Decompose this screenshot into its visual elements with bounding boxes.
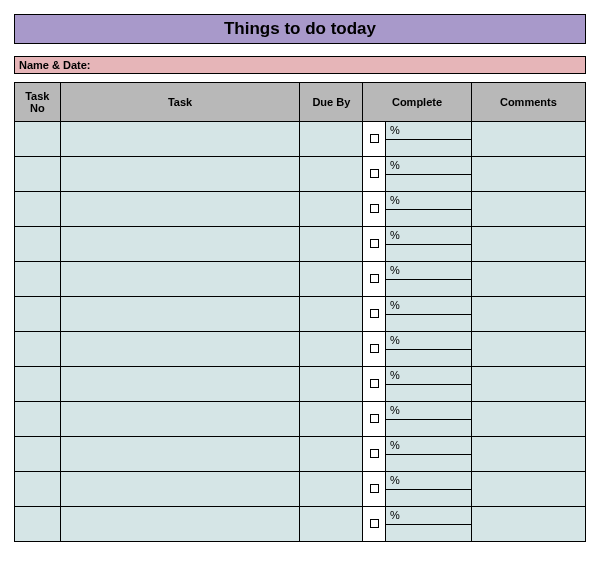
percent-value[interactable]: % [386,192,471,210]
cell-due-by[interactable] [300,332,363,367]
checkbox-icon[interactable] [370,169,379,178]
cell-complete-checkbox[interactable] [363,227,386,262]
checkbox-icon[interactable] [370,519,379,528]
cell-due-by[interactable] [300,367,363,402]
percent-value[interactable]: % [386,262,471,280]
cell-task-no[interactable] [15,472,61,507]
page-title: Things to do today [14,14,586,44]
percent-bar [386,245,471,262]
checkbox-icon[interactable] [370,274,379,283]
cell-due-by[interactable] [300,262,363,297]
percent-value[interactable]: % [386,227,471,245]
cell-comments[interactable] [471,192,585,227]
cell-comments[interactable] [471,367,585,402]
cell-task[interactable] [60,472,300,507]
name-date-bar[interactable]: Name & Date: [14,56,586,74]
cell-complete-checkbox[interactable] [363,262,386,297]
checkbox-icon[interactable] [370,134,379,143]
cell-comments[interactable] [471,122,585,157]
percent-value[interactable]: % [386,402,471,420]
cell-comments[interactable] [471,297,585,332]
cell-due-by[interactable] [300,507,363,542]
cell-complete-checkbox[interactable] [363,122,386,157]
cell-task-no[interactable] [15,297,61,332]
cell-task-no[interactable] [15,367,61,402]
checkbox-icon[interactable] [370,414,379,423]
cell-complete-checkbox[interactable] [363,437,386,472]
checkbox-icon[interactable] [370,309,379,318]
header-comments: Comments [471,83,585,122]
checkbox-icon[interactable] [370,484,379,493]
percent-value[interactable]: % [386,297,471,315]
percent-bar [386,140,471,157]
table-header-row: Task No Task Due By Complete Comments [15,83,586,122]
cell-task[interactable] [60,122,300,157]
cell-task-no[interactable] [15,122,61,157]
table-row: % [15,367,586,402]
cell-complete-checkbox[interactable] [363,402,386,437]
cell-due-by[interactable] [300,192,363,227]
cell-due-by[interactable] [300,227,363,262]
cell-task[interactable] [60,437,300,472]
cell-comments[interactable] [471,472,585,507]
percent-bar [386,385,471,402]
cell-comments[interactable] [471,262,585,297]
cell-complete-checkbox[interactable] [363,472,386,507]
percent-value[interactable]: % [386,367,471,385]
percent-value[interactable]: % [386,507,471,525]
cell-complete-checkbox[interactable] [363,157,386,192]
percent-bar [386,420,471,437]
cell-task[interactable] [60,157,300,192]
cell-task[interactable] [60,507,300,542]
cell-task[interactable] [60,227,300,262]
cell-task-no[interactable] [15,507,61,542]
cell-complete-checkbox[interactable] [363,332,386,367]
header-complete: Complete [363,83,471,122]
cell-complete-checkbox[interactable] [363,507,386,542]
cell-comments[interactable] [471,507,585,542]
cell-comments[interactable] [471,332,585,367]
cell-due-by[interactable] [300,472,363,507]
percent-value[interactable]: % [386,472,471,490]
cell-comments[interactable] [471,227,585,262]
checkbox-icon[interactable] [370,239,379,248]
cell-task[interactable] [60,367,300,402]
cell-complete-checkbox[interactable] [363,367,386,402]
cell-comments[interactable] [471,157,585,192]
cell-task[interactable] [60,332,300,367]
cell-complete-checkbox[interactable] [363,297,386,332]
cell-task-no[interactable] [15,157,61,192]
cell-due-by[interactable] [300,402,363,437]
cell-task-no[interactable] [15,262,61,297]
cell-task[interactable] [60,402,300,437]
percent-value[interactable]: % [386,157,471,175]
cell-task[interactable] [60,192,300,227]
cell-due-by[interactable] [300,122,363,157]
cell-task[interactable] [60,262,300,297]
checkbox-icon[interactable] [370,204,379,213]
cell-task-no[interactable] [15,192,61,227]
checkbox-icon[interactable] [370,344,379,353]
cell-comments[interactable] [471,437,585,472]
cell-task-no[interactable] [15,437,61,472]
cell-due-by[interactable] [300,157,363,192]
cell-task-no[interactable] [15,402,61,437]
cell-complete-checkbox[interactable] [363,192,386,227]
checkbox-icon[interactable] [370,449,379,458]
table-row: % [15,437,586,472]
percent-value[interactable]: % [386,122,471,140]
percent-value[interactable]: % [386,332,471,350]
cell-complete: % [386,332,472,367]
cell-comments[interactable] [471,402,585,437]
checkbox-icon[interactable] [370,379,379,388]
table-row: % [15,332,586,367]
cell-due-by[interactable] [300,437,363,472]
cell-task-no[interactable] [15,332,61,367]
cell-task[interactable] [60,297,300,332]
table-row: % [15,507,586,542]
cell-task-no[interactable] [15,227,61,262]
table-row: % [15,297,586,332]
cell-complete: % [386,367,472,402]
percent-value[interactable]: % [386,437,471,455]
cell-due-by[interactable] [300,297,363,332]
